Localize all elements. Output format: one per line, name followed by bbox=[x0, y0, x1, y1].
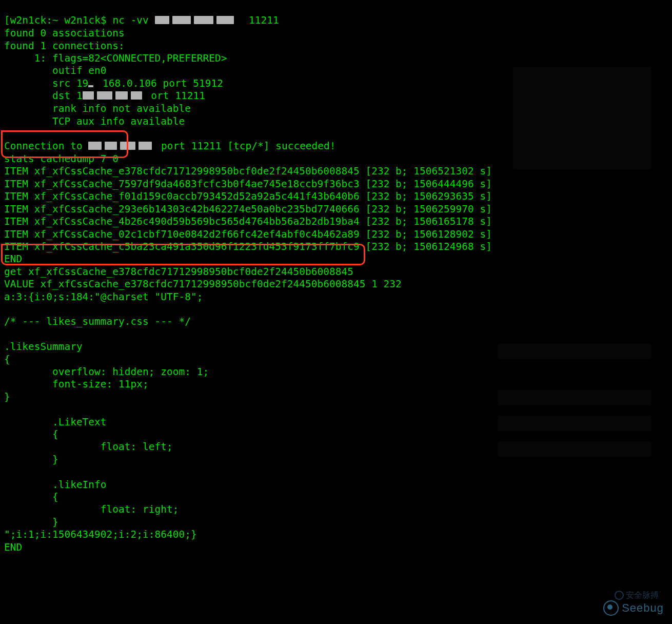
prompt-open-bracket: [ bbox=[4, 14, 10, 26]
item-key: ITEM xf_xfCssCache_c5ba23ca491a350d96f12… bbox=[4, 241, 360, 252]
item-key: ITEM xf_xfCssCache_02c1cbf710e0842d2f66f… bbox=[4, 228, 360, 240]
conn-suffix: port 11211 [tcp/*] succeeded! bbox=[155, 140, 335, 152]
bg-ghost bbox=[498, 390, 651, 405]
seebug-text: Seebug bbox=[622, 602, 664, 614]
output-line: found 1 connections: bbox=[4, 40, 125, 52]
output-line: outif en0 bbox=[4, 65, 107, 76]
item-line: ITEM xf_xfCssCache_e378cfdc71712998950bc… bbox=[4, 165, 492, 177]
output-line: found 0 associations bbox=[4, 27, 125, 39]
item-meta: [232 b; 1506259970 s] bbox=[365, 203, 492, 215]
output-line: dst 1 ort 11211 bbox=[4, 90, 205, 102]
watermark-seebug: Seebug bbox=[603, 600, 664, 616]
css-body: /* --- likes_summary.css --- */ .likesSu… bbox=[4, 316, 209, 528]
output-line: TCP aux info available bbox=[4, 115, 185, 127]
item-line: ITEM xf_xfCssCache_02c1cbf710e0842d2f66f… bbox=[4, 228, 492, 240]
dst-prefix: dst 1 bbox=[4, 90, 83, 102]
typed-command-2[interactable]: get xf_xfCssCache_e378cfdc71712998950bcf… bbox=[4, 266, 353, 278]
src-suffix: 168.0.106 port 51912 bbox=[96, 77, 223, 89]
end-marker: END bbox=[4, 253, 22, 265]
item-line: ITEM xf_xfCssCache_4b26c490d59b569bc565d… bbox=[4, 216, 492, 227]
watermark-anquanmaibo: 安全脉搏 bbox=[615, 589, 659, 601]
bg-ghost bbox=[498, 344, 651, 359]
prompt-line: [w2n1ck:~ w2n1ck$ nc -vv 11211 bbox=[4, 14, 279, 26]
conn-prefix: Connection to bbox=[4, 140, 88, 152]
typed-command-1[interactable]: stats cachedump 7 0 bbox=[4, 153, 118, 165]
prompt-symbol: $ bbox=[101, 14, 107, 26]
item-meta: [232 b; 1506124968 s] bbox=[365, 241, 492, 252]
item-meta: [232 b; 1506128902 s] bbox=[365, 228, 492, 240]
watermark-cn-icon bbox=[615, 591, 624, 600]
item-key: ITEM xf_xfCssCache_e378cfdc71712998950bc… bbox=[4, 165, 360, 177]
item-key: ITEM xf_xfCssCache_4b26c490d59b569bc565d… bbox=[4, 216, 360, 227]
redacted-conn-ip bbox=[88, 140, 155, 152]
value-line: VALUE xf_xfCssCache_e378cfdc71712998950b… bbox=[4, 278, 402, 290]
src-prefix: src 19 bbox=[4, 77, 88, 89]
seebug-icon bbox=[603, 600, 619, 616]
payload-tail: ";i:1;i:1506434902;i:2;i:86400;} bbox=[4, 529, 197, 540]
item-meta: [232 b; 1506165178 s] bbox=[365, 216, 492, 227]
redacted-src-byte bbox=[88, 76, 96, 89]
prompt-path: ~ bbox=[52, 14, 58, 26]
bg-ghost bbox=[498, 416, 651, 431]
item-line: ITEM xf_xfCssCache_f01d159c0accb793452d5… bbox=[4, 190, 492, 202]
output-line: rank info not available bbox=[4, 103, 191, 114]
payload-head: a:3:{i:0;s:184:"@charset "UTF-8"; bbox=[4, 291, 203, 303]
item-key: ITEM xf_xfCssCache_f01d159c0accb793452d5… bbox=[4, 190, 360, 202]
item-meta: [232 b; 1506444496 s] bbox=[365, 178, 492, 190]
item-line: ITEM xf_xfCssCache_293e6b14303c42b462274… bbox=[4, 203, 492, 215]
item-key: ITEM xf_xfCssCache_293e6b14303c42b462274… bbox=[4, 203, 360, 215]
command-port: 11211 bbox=[249, 14, 279, 26]
output-line: src 19 168.0.106 port 51912 bbox=[4, 77, 223, 89]
item-line: ITEM xf_xfCssCache_c5ba23ca491a350d96f12… bbox=[4, 241, 492, 252]
bg-ghost bbox=[513, 67, 651, 169]
item-line: ITEM xf_xfCssCache_7597df9da4683fcfc3b0f… bbox=[4, 178, 492, 190]
item-meta: [232 b; 1506521302 s] bbox=[365, 165, 492, 177]
prompt-host: w2n1ck bbox=[10, 14, 46, 26]
end-marker: END bbox=[4, 541, 22, 553]
command-text: nc -vv bbox=[112, 14, 148, 26]
prompt-user: w2n1ck bbox=[64, 14, 100, 26]
watermark-cn-text: 安全脉搏 bbox=[626, 589, 659, 601]
item-key: ITEM xf_xfCssCache_7597df9da4683fcfc3b0f… bbox=[4, 178, 360, 190]
dst-suffix: ort 11211 bbox=[145, 90, 205, 102]
output-line: 1: flags=82<CONNECTED,PREFERRED> bbox=[4, 52, 227, 64]
item-meta: [232 b; 1506293635 s] bbox=[365, 190, 492, 202]
redacted-ip bbox=[155, 14, 237, 26]
redacted-dst-ip bbox=[83, 89, 145, 102]
connection-line: Connection to port 11211 [tcp/*] succeed… bbox=[4, 140, 336, 152]
terminal-window[interactable]: [w2n1ck:~ w2n1ck$ nc -vv 11211 found 0 a… bbox=[0, 0, 672, 624]
bg-ghost bbox=[498, 441, 651, 457]
